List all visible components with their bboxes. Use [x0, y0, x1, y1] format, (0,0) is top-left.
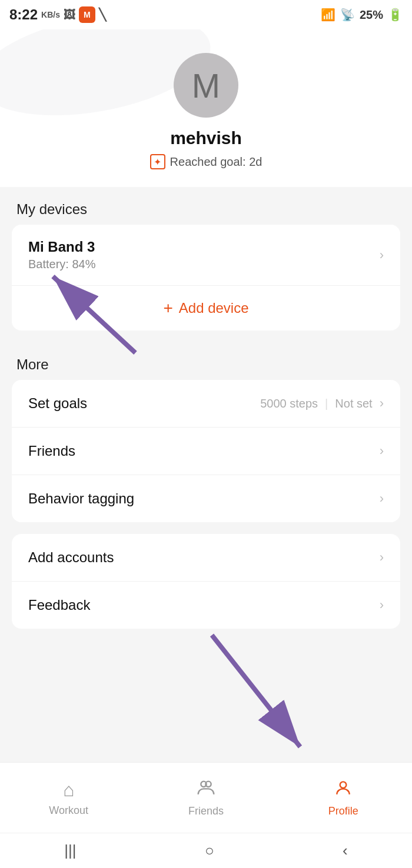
battery-icon: 🔋 [388, 8, 403, 22]
goal-reached: ✦ Reached goal: 2d [150, 154, 263, 169]
svg-point-2 [340, 782, 347, 788]
battery-level: 25% [360, 8, 383, 22]
set-goals-secondary: Not set [335, 397, 372, 410]
set-goals-row[interactable]: Set goals 5000 steps | Not set › [12, 380, 400, 428]
device-name: Mi Band 3 [28, 239, 96, 255]
add-accounts-row[interactable]: Add accounts › [12, 534, 400, 582]
feedback-row[interactable]: Feedback › [12, 582, 400, 629]
status-time: 8:22 [9, 6, 38, 23]
goal-star-icon: ✦ [150, 154, 165, 169]
nav-item-friends[interactable]: Friends [137, 779, 274, 817]
devices-section-label: My devices [0, 187, 412, 225]
home-icon: ⌂ [63, 779, 74, 801]
avatar[interactable]: M [174, 53, 238, 118]
nav-friends-label: Friends [188, 805, 224, 817]
app-icon: M [79, 6, 95, 23]
set-goals-label: Set goals [28, 395, 87, 412]
profile-header: M mehvish ✦ Reached goal: 2d [0, 29, 412, 187]
friends-label: Friends [28, 443, 75, 459]
status-left: 8:22 KB/s 🖼 M ╲ [9, 6, 106, 23]
system-nav-bar: ||| ○ ‹ [0, 833, 412, 868]
signal-icon: 📡 [340, 8, 355, 22]
bottom-nav: ⌂ Workout Friends Profile [0, 762, 412, 833]
device-info: Mi Band 3 Battery: 84% [28, 239, 96, 271]
nav-workout-label: Workout [49, 804, 88, 817]
behavior-chevron-icon: › [380, 491, 384, 506]
profile-nav-icon [334, 779, 353, 802]
plus-icon: + [163, 299, 172, 318]
set-goals-right: 5000 steps | Not set › [260, 396, 384, 411]
behavior-tagging-row[interactable]: Behavior tagging › [12, 475, 400, 522]
wifi-icon: 📶 [321, 8, 335, 22]
friends-nav-icon [197, 779, 215, 802]
feedback-chevron-icon: › [380, 597, 384, 613]
photo-icon: 🖼 [64, 8, 75, 22]
kb-speed: KB/s [41, 11, 60, 19]
accounts-card: Add accounts › Feedback › [12, 534, 400, 629]
friends-row[interactable]: Friends › [12, 428, 400, 475]
username: mehvish [170, 128, 242, 148]
divider: | [325, 397, 328, 410]
main-content: M mehvish ✦ Reached goal: 2d My devices … [0, 29, 412, 762]
device-chevron-icon: › [380, 248, 384, 263]
set-goals-value: 5000 steps [260, 397, 318, 410]
add-accounts-chevron-icon: › [380, 550, 384, 565]
home-button[interactable]: ○ [205, 842, 214, 860]
add-device-row[interactable]: + Add device [12, 286, 400, 330]
set-goals-chevron-icon: › [380, 396, 384, 411]
add-device-label: Add device [179, 300, 249, 316]
nav-profile-label: Profile [328, 805, 358, 817]
feedback-label: Feedback [28, 597, 90, 613]
more-section-label: More [0, 342, 412, 380]
back-button[interactable]: ‹ [343, 842, 348, 860]
goal-text: Reached goal: 2d [170, 155, 263, 169]
nav-item-workout[interactable]: ⌂ Workout [0, 779, 137, 817]
status-bar: 8:22 KB/s 🖼 M ╲ 📶 📡 25% 🔋 [0, 0, 412, 29]
device-battery: Battery: 84% [28, 258, 96, 271]
nav-item-profile[interactable]: Profile [275, 779, 412, 817]
more-card: Set goals 5000 steps | Not set › Friends… [12, 380, 400, 522]
device-row[interactable]: Mi Band 3 Battery: 84% › [12, 225, 400, 286]
status-right: 📶 📡 25% 🔋 [321, 8, 403, 22]
antenna-icon: ╲ [99, 8, 106, 22]
devices-card: Mi Band 3 Battery: 84% › + Add device [12, 225, 400, 330]
behavior-tagging-label: Behavior tagging [28, 490, 134, 507]
recents-button[interactable]: ||| [64, 842, 76, 860]
add-accounts-label: Add accounts [28, 549, 114, 566]
friends-chevron-icon: › [380, 443, 384, 459]
